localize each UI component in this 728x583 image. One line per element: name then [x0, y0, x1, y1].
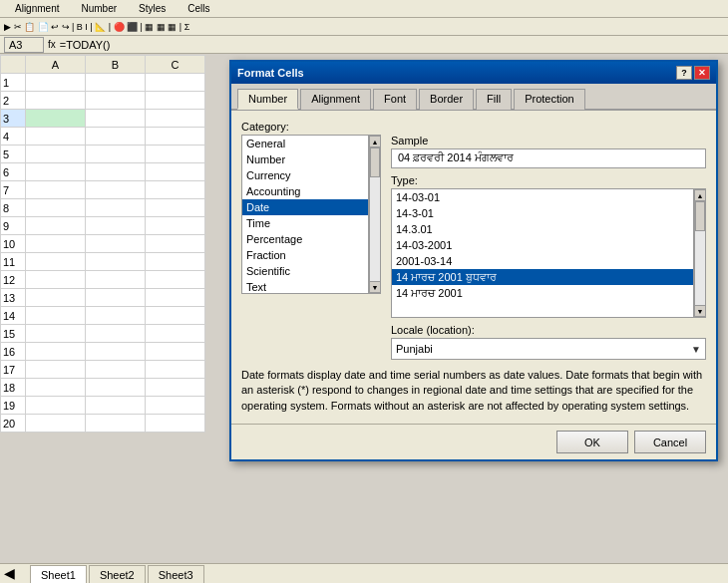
- sample-section: Sample 04 ਫ਼ਰਵਰੀ 2014 ਮੰਗਲਵਾਰ: [391, 135, 706, 168]
- locale-section: Locale (location): Punjabi ▼: [391, 324, 706, 360]
- dialog-title: Format Cells: [237, 67, 304, 79]
- type-list[interactable]: 14-03-01 14-3-01 14.3.01 14-03-2001 2001…: [391, 188, 694, 318]
- description-text: Date formats display date and time seria…: [241, 368, 706, 414]
- type-scroll-handle[interactable]: [695, 201, 705, 231]
- category-label: Category:: [241, 121, 706, 133]
- type-item-4[interactable]: 2001-03-14: [392, 253, 693, 269]
- dropdown-arrow-icon: ▼: [691, 344, 701, 355]
- category-item-fraction[interactable]: Fraction: [242, 247, 368, 263]
- dialog-title-controls: ? ✕: [676, 66, 710, 80]
- type-scroll-up[interactable]: ▲: [694, 189, 706, 201]
- cancel-button[interactable]: Cancel: [634, 431, 706, 453]
- tab-border[interactable]: Border: [419, 89, 474, 110]
- format-cells-dialog: Format Cells ? ✕ Number Alignment Font B…: [229, 60, 718, 461]
- category-list-container: General Number Currency Accounting Date …: [241, 135, 381, 294]
- locale-value: Punjabi: [396, 343, 433, 355]
- modal-overlay: Format Cells ? ✕ Number Alignment Font B…: [0, 0, 728, 583]
- category-list[interactable]: General Number Currency Accounting Date …: [241, 135, 369, 294]
- category-item-currency[interactable]: Currency: [242, 167, 368, 183]
- tab-fill[interactable]: Fill: [476, 89, 512, 110]
- category-item-date[interactable]: Date: [242, 199, 368, 215]
- tab-font[interactable]: Font: [373, 89, 417, 110]
- category-item-number[interactable]: Number: [242, 151, 368, 167]
- dialog-titlebar: Format Cells ? ✕: [231, 62, 716, 84]
- tab-alignment[interactable]: Alignment: [300, 89, 371, 110]
- sample-value: 04 ਫ਼ਰਵਰੀ 2014 ਮੰਗਲਵਾਰ: [391, 148, 706, 168]
- type-label: Type:: [391, 174, 706, 186]
- type-panel: Sample 04 ਫ਼ਰਵਰੀ 2014 ਮੰਗਲਵਾਰ Type: 14-0…: [391, 135, 706, 360]
- category-scroll-handle[interactable]: [370, 147, 380, 177]
- locale-label: Locale (location):: [391, 324, 706, 336]
- tab-protection[interactable]: Protection: [514, 89, 585, 110]
- category-scrollbar[interactable]: ▲ ▼: [369, 135, 381, 294]
- type-item-2[interactable]: 14.3.01: [392, 221, 693, 237]
- category-panel: General Number Currency Accounting Date …: [241, 135, 381, 360]
- type-list-container: 14-03-01 14-3-01 14.3.01 14-03-2001 2001…: [391, 188, 706, 318]
- type-item-5[interactable]: 14 ਮਾਰਚ 2001 ਬੁਧਵਾਰ: [392, 269, 693, 285]
- category-scroll-up[interactable]: ▲: [369, 136, 381, 147]
- category-item-accounting[interactable]: Accounting: [242, 183, 368, 199]
- dialog-tab-bar: Number Alignment Font Border Fill Protec…: [231, 84, 716, 111]
- sample-label: Sample: [391, 135, 706, 146]
- category-item-scientific[interactable]: Scientific: [242, 263, 368, 279]
- category-item-text[interactable]: Text: [242, 279, 368, 294]
- category-item-time[interactable]: Time: [242, 215, 368, 231]
- main-content-row: General Number Currency Accounting Date …: [241, 135, 706, 360]
- category-scroll-track: [370, 147, 380, 281]
- category-scroll-down[interactable]: ▼: [369, 281, 381, 293]
- type-scroll-track: [695, 201, 705, 305]
- dialog-close-button[interactable]: ✕: [694, 66, 710, 80]
- type-item-1[interactable]: 14-3-01: [392, 205, 693, 221]
- category-item-general[interactable]: General: [242, 136, 368, 151]
- locale-dropdown[interactable]: Punjabi ▼: [391, 338, 706, 360]
- dialog-help-button[interactable]: ?: [676, 66, 692, 80]
- type-scroll-down[interactable]: ▼: [694, 305, 706, 317]
- category-item-percentage[interactable]: Percentage: [242, 231, 368, 247]
- ok-button[interactable]: OK: [556, 431, 628, 453]
- type-item-6[interactable]: 14 ਮਾਰਚ 2001: [392, 285, 693, 301]
- dialog-footer: OK Cancel: [231, 424, 716, 459]
- type-item-0[interactable]: 14-03-01: [392, 189, 693, 205]
- tab-number[interactable]: Number: [237, 89, 298, 110]
- type-scrollbar[interactable]: ▲ ▼: [694, 188, 706, 318]
- dialog-body: Category: General Number Currency Accoun…: [231, 111, 716, 424]
- type-item-3[interactable]: 14-03-2001: [392, 237, 693, 253]
